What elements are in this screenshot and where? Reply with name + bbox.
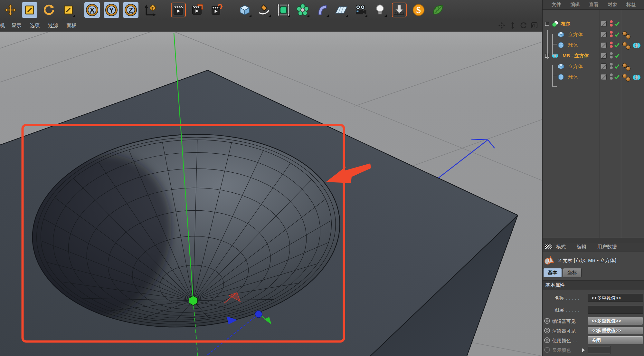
scene-3d[interactable] [0, 32, 542, 356]
viewport-menu-filter[interactable]: 过滤 [48, 22, 58, 29]
vegetation-plugin-icon[interactable] [430, 2, 446, 18]
sphere-object-icon[interactable] [557, 73, 564, 81]
viewport-menu-options[interactable]: 选项 [30, 22, 40, 29]
editor-visibility-dot[interactable] [610, 42, 613, 44]
boolean-object-icon[interactable] [552, 20, 559, 27]
om-menu-edit[interactable]: 编辑 [570, 2, 580, 8]
viewport-menu-display[interactable]: 显示 [12, 22, 22, 29]
tag-dot-icon[interactable] [626, 45, 630, 50]
layer-swatch-icon[interactable] [601, 42, 607, 48]
object-label[interactable]: 布尔 [561, 21, 570, 27]
field-dropdown[interactable]: <<多重数值>> [588, 317, 643, 325]
tab-coordinates[interactable]: 坐标 [563, 268, 582, 277]
layer-swatch-icon[interactable] [601, 32, 607, 37]
am-menu-mode[interactable]: 模式 [556, 244, 566, 250]
keyframe-radio-icon[interactable] [544, 318, 550, 324]
editor-visibility-dot[interactable] [610, 20, 613, 23]
om-row-1[interactable]: 立方体 [543, 29, 644, 40]
tag-dot-icon[interactable] [626, 66, 630, 71]
viewport-menu-camera[interactable]: 机 [0, 22, 5, 29]
am-menu-userdata[interactable]: 用户数据 [597, 244, 617, 250]
subdivision-surface-icon[interactable] [276, 2, 291, 18]
om-row-0[interactable]: 布尔 [543, 19, 644, 29]
field-dropdown[interactable]: <<多重数值>> [588, 327, 643, 335]
keyframe-radio-icon[interactable] [544, 337, 550, 343]
om-row-3[interactable]: MB - 立方体 [543, 51, 644, 61]
metaball-tag-icon[interactable] [632, 74, 641, 80]
toggle-view-icon[interactable] [530, 21, 539, 30]
render-visibility-dot[interactable] [610, 56, 613, 59]
keyframe-radio-icon[interactable] [544, 347, 550, 353]
tag-dot-icon[interactable] [626, 77, 630, 82]
sketch-material-icon[interactable]: S [411, 2, 426, 18]
z-axis-lock-icon[interactable]: Z [123, 2, 138, 18]
render-picture-viewer-icon[interactable] [190, 2, 205, 18]
keyframe-radio-icon[interactable] [544, 328, 550, 333]
render-visibility-dot[interactable] [610, 34, 613, 37]
object-label[interactable]: 球体 [568, 42, 578, 48]
field-text-input[interactable] [588, 306, 643, 314]
panel-drag-handle-icon[interactable] [545, 245, 552, 249]
om-row-2[interactable]: 球体 [543, 40, 644, 51]
dolly-icon[interactable] [508, 21, 517, 30]
object-label[interactable]: 球体 [568, 74, 578, 80]
light-object-icon[interactable] [372, 2, 388, 18]
om-menu-file[interactable]: 文件 [552, 2, 561, 8]
expand-triangle-icon[interactable] [582, 348, 585, 352]
render-visibility-dot[interactable] [610, 24, 613, 27]
orbit-icon[interactable] [519, 21, 528, 30]
object-label[interactable]: 立方体 [568, 32, 583, 38]
enabled-check-icon[interactable] [614, 53, 620, 59]
editor-visibility-dot[interactable] [610, 73, 613, 76]
viewport-menu-panel[interactable]: 面板 [67, 22, 77, 29]
layer-swatch-icon[interactable] [601, 74, 607, 80]
y-axis-lock-icon[interactable]: Y [104, 2, 119, 18]
camera-object-icon[interactable] [353, 2, 368, 18]
x-axis-lock-icon[interactable]: X [84, 2, 100, 18]
render-settings-icon[interactable] [209, 2, 225, 18]
enabled-check-icon[interactable] [614, 21, 620, 27]
enabled-check-icon[interactable] [614, 32, 620, 37]
render-visibility-dot[interactable] [610, 45, 613, 48]
editor-visibility-dot[interactable] [610, 52, 613, 55]
enabled-check-icon[interactable] [614, 42, 620, 48]
om-menu-view[interactable]: 查看 [589, 2, 599, 8]
metaball-tag-icon[interactable] [632, 42, 641, 48]
enabled-check-icon[interactable] [614, 74, 620, 80]
spline-pen-icon[interactable] [256, 2, 272, 18]
last-tool-icon[interactable] [61, 2, 76, 18]
editor-visibility-dot[interactable] [610, 31, 613, 34]
cube-object-icon[interactable] [557, 63, 564, 70]
render-view-icon[interactable] [171, 2, 186, 18]
layer-swatch-icon[interactable] [601, 63, 607, 69]
rotate-tool-icon[interactable] [41, 2, 57, 18]
om-menu-tags[interactable]: 标签 [626, 2, 636, 8]
om-menu-object[interactable]: 对象 [608, 2, 617, 8]
object-label[interactable]: 立方体 [568, 63, 583, 70]
color-swatch[interactable] [588, 346, 611, 354]
coordinate-system-icon[interactable] [142, 2, 158, 18]
cube-object-icon[interactable] [557, 31, 564, 38]
render-visibility-dot[interactable] [610, 66, 613, 69]
enabled-check-icon[interactable] [614, 63, 620, 69]
pan-icon[interactable] [497, 21, 506, 30]
cube-primitive-icon[interactable] [237, 2, 252, 18]
om-row-5[interactable]: 球体 [543, 72, 644, 82]
render-visibility-dot[interactable] [610, 77, 613, 80]
scale-tool-icon[interactable] [22, 2, 37, 18]
editor-visibility-dot[interactable] [610, 63, 613, 66]
expand-toggle-icon[interactable] [545, 22, 549, 26]
sphere-object-icon[interactable] [557, 42, 564, 49]
field-dropdown[interactable]: 关闭 [588, 336, 643, 344]
panel-splitter[interactable] [543, 238, 644, 242]
layer-swatch-icon[interactable] [601, 53, 607, 59]
field-text-input[interactable]: <<多重数值>> [588, 294, 643, 302]
tag-dot-icon[interactable] [626, 34, 630, 39]
environment-object-icon[interactable] [392, 2, 407, 18]
object-label[interactable]: MB - 立方体 [563, 53, 589, 59]
om-row-4[interactable]: 立方体 [543, 61, 644, 72]
move-tool-icon[interactable] [3, 2, 18, 18]
bend-deformer-icon[interactable] [314, 2, 330, 18]
metaball-object-icon[interactable] [552, 52, 561, 59]
tab-basic[interactable]: 基本 [543, 268, 562, 277]
